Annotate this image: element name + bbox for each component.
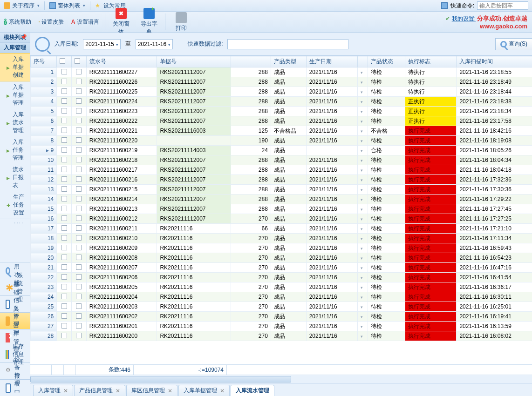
table-row[interactable]: 1 RK2021111600227 RKS20211112007 288 成品 … xyxy=(31,67,532,77)
cell-pdate-dd[interactable] xyxy=(357,292,368,302)
table-row[interactable]: 19 RK2021111600209 RK20211116 270 成品 202… xyxy=(31,243,532,253)
stack-item-0[interactable]: 常用功能 xyxy=(0,262,30,279)
row-check-2[interactable] xyxy=(72,331,87,341)
date-from[interactable]: 2021-11-15 xyxy=(83,39,120,49)
table-row[interactable]: 4 RK2021111600224 RKS20211112007 288 成品 … xyxy=(31,97,532,107)
row-check-1[interactable] xyxy=(57,195,72,204)
cell-pdate-dd[interactable] xyxy=(357,312,368,322)
row-check-2[interactable] xyxy=(72,273,87,282)
row-check-2[interactable] xyxy=(72,204,87,214)
table-row[interactable]: 25 RK2021111600203 RK20211116 270 成品 202… xyxy=(31,302,532,312)
btn-print[interactable]: 打印 xyxy=(167,12,195,32)
table-row[interactable]: 3 RK2021111600225 RKS20211112007 288 成品 … xyxy=(31,87,532,97)
tree-node-4[interactable]: 流水日报表 xyxy=(0,164,30,191)
row-check-1[interactable] xyxy=(57,116,72,126)
table-row[interactable]: 28 RK2021111600200 RK20211116 270 成品 202… xyxy=(31,331,532,341)
cell-pdate-dd[interactable] xyxy=(357,263,368,273)
table-row[interactable]: 17 RK2021111600211 RK20211116 66 成品 2021… xyxy=(31,224,532,234)
row-check-2[interactable] xyxy=(72,175,87,185)
row-check-2[interactable] xyxy=(72,77,87,87)
row-check-2[interactable] xyxy=(72,195,87,204)
tree-node-2[interactable]: 入库流水管理 xyxy=(0,109,30,136)
col-7[interactable]: 生产日期 xyxy=(306,56,357,67)
cell-pdate-dd[interactable] xyxy=(357,175,368,185)
quick-filter-input[interactable] xyxy=(227,39,348,49)
col-8[interactable] xyxy=(357,56,368,67)
h-scrollbar[interactable] xyxy=(30,375,532,383)
row-check-1[interactable] xyxy=(57,107,72,116)
tree-node-0[interactable]: 入库单据创建 xyxy=(0,53,30,81)
row-check-1[interactable] xyxy=(57,243,72,253)
row-check-2[interactable] xyxy=(72,224,87,234)
btn-export-dict[interactable]: 导出字典 xyxy=(135,8,163,36)
row-check-1[interactable] xyxy=(57,214,72,224)
table-row[interactable]: 5 RK2021111600223 RKS20211112007 288 成品 … xyxy=(31,107,532,116)
table-row[interactable]: 11 RK2021111600217 RKS20211112007 288 成品… xyxy=(31,165,532,175)
col-9[interactable]: 产品状态 xyxy=(368,56,405,67)
row-check-1[interactable] xyxy=(57,312,72,322)
row-check-1[interactable] xyxy=(57,224,72,234)
btn-lang[interactable]: A设置语言 xyxy=(68,18,103,26)
col-6[interactable]: 产品类型 xyxy=(271,56,306,67)
table-row[interactable]: 27 RK2021111600201 RK20211116 270 成品 202… xyxy=(31,322,532,331)
row-check-1[interactable] xyxy=(57,273,72,282)
collapse-icon[interactable]: « xyxy=(23,45,26,50)
btn-close-form[interactable]: ✖关闭窗体 xyxy=(107,8,135,36)
tab-close-icon[interactable]: ✕ xyxy=(220,388,225,394)
btn-help[interactable]: ?系统帮助 xyxy=(0,18,35,26)
cell-pdate-dd[interactable] xyxy=(357,97,368,107)
row-check-2[interactable] xyxy=(72,253,87,263)
data-grid[interactable]: 序号流水号单据号产品类型生产日期产品状态执行标志入库扫描时间任务 1 RK202… xyxy=(30,56,532,364)
cell-pdate-dd[interactable] xyxy=(357,136,368,146)
row-check-1[interactable] xyxy=(57,165,72,175)
cell-pdate-dd[interactable] xyxy=(357,234,368,243)
row-check-2[interactable] xyxy=(72,234,87,243)
row-check-1[interactable] xyxy=(57,282,72,292)
cell-pdate-dd[interactable] xyxy=(357,331,368,341)
link-my-settings[interactable]: 我的设置: xyxy=(452,15,476,22)
row-check-1[interactable] xyxy=(57,253,72,263)
col-4[interactable]: 单据号 xyxy=(157,56,231,67)
cell-pdate-dd[interactable] xyxy=(357,116,368,126)
row-check-1[interactable] xyxy=(57,331,72,341)
tab-close-icon[interactable]: ✕ xyxy=(116,388,120,394)
cell-pdate-dd[interactable] xyxy=(357,214,368,224)
cell-pdate-dd[interactable] xyxy=(357,273,368,282)
scrollbar-thumb[interactable] xyxy=(30,376,291,383)
row-check-1[interactable] xyxy=(57,77,72,87)
menu-form-list[interactable]: 窗体列表 xyxy=(46,0,89,11)
col-1[interactable] xyxy=(57,56,72,67)
cell-pdate-dd[interactable] xyxy=(357,77,368,87)
row-check-1[interactable] xyxy=(57,175,72,185)
table-row[interactable]: 2 RK2021111600226 RKS20211112007 288 成品 … xyxy=(31,77,532,87)
row-check-2[interactable] xyxy=(72,155,87,165)
row-check-2[interactable] xyxy=(72,292,87,302)
cell-pdate-dd[interactable] xyxy=(357,126,368,136)
table-row[interactable]: 21 RK2021111600207 RK20211116 270 成品 202… xyxy=(31,263,532,273)
row-check-1[interactable] xyxy=(57,234,72,243)
row-check-2[interactable] xyxy=(72,214,87,224)
menu-about[interactable]: 关于程序 xyxy=(0,0,43,11)
btn-search[interactable]: 查询(S) xyxy=(495,38,532,50)
cell-pdate-dd[interactable] xyxy=(357,146,368,155)
row-check-2[interactable] xyxy=(72,87,87,97)
cell-pdate-dd[interactable] xyxy=(357,87,368,97)
row-check-1[interactable] xyxy=(57,302,72,312)
btn-skin[interactable]: 设置皮肤 xyxy=(35,18,68,26)
tab-3[interactable]: 入库单据管理✕ xyxy=(178,385,230,396)
row-check-2[interactable] xyxy=(72,263,87,273)
row-check-1[interactable] xyxy=(57,292,72,302)
row-check-2[interactable] xyxy=(72,146,87,155)
tab-2[interactable]: 库区信息管理✕ xyxy=(126,385,177,396)
col-10[interactable]: 执行标志 xyxy=(405,56,457,67)
cell-pdate-dd[interactable] xyxy=(357,107,368,116)
tree-node-3[interactable]: 入库任务管理 xyxy=(0,136,30,164)
tree-node-5[interactable]: 生产任务设置 xyxy=(0,191,30,219)
row-check-1[interactable] xyxy=(57,126,72,136)
table-row[interactable]: 10 RK2021111600218 RKS20211112007 288 成品… xyxy=(31,155,532,165)
table-row[interactable]: 6 RK2021111600222 RKS20211112007 288 成品 … xyxy=(31,116,532,126)
row-check-2[interactable] xyxy=(72,116,87,126)
checkbox-icon[interactable] xyxy=(60,58,65,64)
row-check-2[interactable] xyxy=(72,67,87,77)
col-0[interactable]: 序号 xyxy=(31,56,57,67)
